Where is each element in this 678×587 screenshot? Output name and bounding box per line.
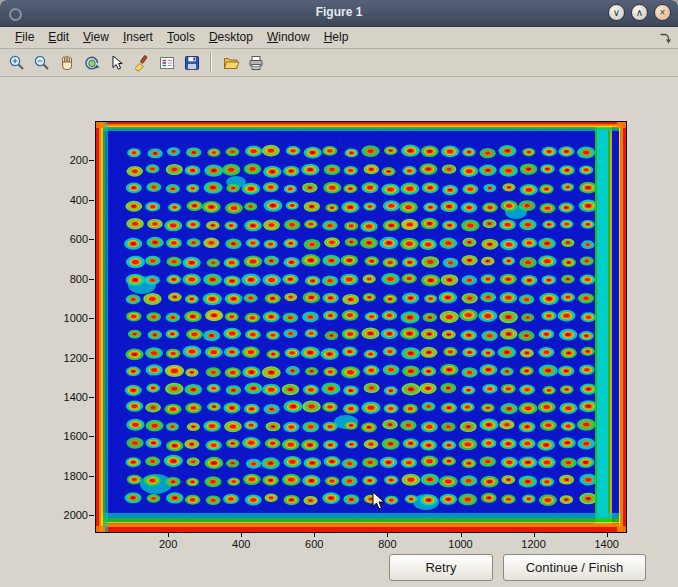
y-tick-mark xyxy=(89,239,94,240)
figure-window: Figure 1 ∨ ∧ × File Edit View Insert Too… xyxy=(0,0,678,587)
x-tick-label: 1400 xyxy=(585,538,629,550)
y-tick-mark xyxy=(89,397,94,398)
y-tick-label: 1000 xyxy=(46,312,88,324)
y-tick-mark xyxy=(89,318,94,319)
x-tick-label: 1200 xyxy=(512,538,556,550)
retry-button[interactable]: Retry xyxy=(389,554,493,581)
x-tick-mark xyxy=(387,533,388,537)
x-tick-mark xyxy=(168,533,169,537)
x-tick-mark xyxy=(607,533,608,537)
open-folder-icon xyxy=(222,54,240,72)
x-tick-label: 400 xyxy=(219,538,263,550)
y-tick-mark xyxy=(89,436,94,437)
y-tick-label: 1600 xyxy=(46,430,88,442)
menu-edit[interactable]: Edit xyxy=(41,28,76,47)
print-button[interactable] xyxy=(244,51,267,74)
rotate-3d-button[interactable] xyxy=(80,51,103,74)
x-tick-mark xyxy=(241,533,242,537)
menu-window[interactable]: Window xyxy=(260,28,317,47)
y-tick-mark xyxy=(89,358,94,359)
data-cursor-icon xyxy=(108,54,126,72)
y-tick-label: 400 xyxy=(46,194,88,206)
y-tick-label: 200 xyxy=(46,154,88,166)
x-tick-label: 800 xyxy=(365,538,409,550)
print-icon xyxy=(247,54,265,72)
figure-toolbar xyxy=(0,49,678,77)
zoom-out-icon xyxy=(33,54,51,72)
brush-button[interactable] xyxy=(130,51,153,74)
y-tick-label: 600 xyxy=(46,233,88,245)
y-tick-label: 1200 xyxy=(46,352,88,364)
y-tick-label: 1800 xyxy=(46,470,88,482)
x-tick-mark xyxy=(534,533,535,537)
x-tick-label: 200 xyxy=(146,538,190,550)
open-button[interactable] xyxy=(219,51,242,74)
y-tick-mark xyxy=(89,160,94,161)
y-tick-mark xyxy=(89,515,94,516)
y-tick-label: 1400 xyxy=(46,391,88,403)
y-tick-mark xyxy=(89,476,94,477)
pan-button[interactable] xyxy=(55,51,78,74)
rotate-3d-icon xyxy=(83,54,101,72)
continue-finish-button[interactable]: Continue / Finish xyxy=(503,554,646,581)
pan-hand-icon xyxy=(58,54,76,72)
window-title: Figure 1 xyxy=(0,5,678,19)
y-tick-label: 2000 xyxy=(46,509,88,521)
menu-help[interactable]: Help xyxy=(317,28,356,47)
menu-tools[interactable]: Tools xyxy=(160,28,202,47)
zoom-in-icon xyxy=(8,54,26,72)
menu-desktop[interactable]: Desktop xyxy=(202,28,260,47)
toolbar-separator xyxy=(210,53,212,72)
x-tick-label: 600 xyxy=(292,538,336,550)
insert-legend-icon xyxy=(158,54,176,72)
maximize-button[interactable]: ∧ xyxy=(631,4,648,21)
titlebar[interactable]: Figure 1 ∨ ∧ × xyxy=(0,0,678,27)
menu-file[interactable]: File xyxy=(8,28,41,47)
menu-insert[interactable]: Insert xyxy=(116,28,160,47)
figure-canvas-area: Retry Continue / Finish 2004006008001000… xyxy=(0,77,678,587)
x-tick-mark xyxy=(314,533,315,537)
brush-icon xyxy=(133,54,151,72)
menubar: File Edit View Insert Tools Desktop Wind… xyxy=(0,27,678,49)
shade-button[interactable]: ∨ xyxy=(608,4,625,21)
undock-arrow-icon[interactable] xyxy=(658,31,671,49)
y-tick-mark xyxy=(89,279,94,280)
x-tick-mark xyxy=(461,533,462,537)
save-button[interactable] xyxy=(180,51,203,74)
plate-image-plot[interactable] xyxy=(95,121,627,533)
zoom-out-button[interactable] xyxy=(30,51,53,74)
x-tick-label: 1000 xyxy=(439,538,483,550)
close-button[interactable]: × xyxy=(654,4,671,21)
data-cursor-button[interactable] xyxy=(105,51,128,74)
zoom-in-button[interactable] xyxy=(5,51,28,74)
save-icon xyxy=(183,54,201,72)
insert-legend-button[interactable] xyxy=(155,51,178,74)
menu-view[interactable]: View xyxy=(76,28,116,47)
y-tick-mark xyxy=(89,200,94,201)
y-tick-label: 800 xyxy=(46,273,88,285)
